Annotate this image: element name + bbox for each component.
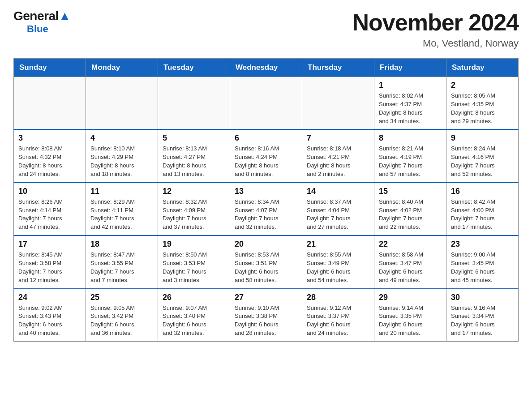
day-info: Sunrise: 9:00 AM Sunset: 3:45 PM Dayligh…	[451, 251, 514, 284]
day-number: 12	[163, 187, 225, 196]
day-info: Sunrise: 8:32 AM Sunset: 4:09 PM Dayligh…	[163, 198, 225, 231]
logo-general-text: General▲	[13, 9, 71, 23]
location: Mo, Vestland, Norway	[352, 38, 519, 49]
day-info: Sunrise: 8:16 AM Sunset: 4:24 PM Dayligh…	[235, 145, 297, 178]
calendar-cell: 26Sunrise: 9:07 AM Sunset: 3:40 PM Dayli…	[158, 289, 230, 342]
month-title: November 2024	[352, 9, 519, 36]
day-number: 11	[90, 187, 153, 196]
calendar-cell: 7Sunrise: 8:18 AM Sunset: 4:21 PM Daylig…	[302, 129, 374, 182]
calendar-cell	[230, 77, 302, 130]
calendar-cell: 19Sunrise: 8:50 AM Sunset: 3:53 PM Dayli…	[158, 235, 230, 288]
day-of-week-header: Wednesday	[230, 59, 302, 77]
day-info: Sunrise: 8:47 AM Sunset: 3:55 PM Dayligh…	[90, 251, 153, 284]
day-info: Sunrise: 8:58 AM Sunset: 3:47 PM Dayligh…	[379, 251, 442, 284]
day-number: 7	[307, 133, 369, 143]
page-header: General▲ Blue November 2024 Mo, Vestland…	[13, 9, 519, 49]
day-number: 9	[451, 133, 514, 143]
day-number: 2	[451, 81, 514, 90]
day-info: Sunrise: 8:08 AM Sunset: 4:32 PM Dayligh…	[18, 145, 81, 178]
calendar-cell: 8Sunrise: 8:21 AM Sunset: 4:19 PM Daylig…	[374, 129, 446, 182]
calendar-cell: 12Sunrise: 8:32 AM Sunset: 4:09 PM Dayli…	[158, 183, 230, 235]
day-number: 14	[307, 187, 369, 196]
day-info: Sunrise: 8:05 AM Sunset: 4:35 PM Dayligh…	[451, 92, 514, 125]
calendar-week-row: 1Sunrise: 8:02 AM Sunset: 4:37 PM Daylig…	[14, 77, 519, 130]
calendar-cell: 22Sunrise: 8:58 AM Sunset: 3:47 PM Dayli…	[374, 235, 446, 288]
day-number: 1	[379, 81, 442, 90]
calendar-cell: 15Sunrise: 8:40 AM Sunset: 4:02 PM Dayli…	[374, 183, 446, 235]
calendar-week-row: 17Sunrise: 8:45 AM Sunset: 3:58 PM Dayli…	[14, 235, 519, 288]
calendar-cell: 10Sunrise: 8:26 AM Sunset: 4:14 PM Dayli…	[14, 183, 86, 235]
day-number: 3	[18, 133, 81, 143]
day-number: 29	[379, 293, 442, 302]
calendar-week-row: 10Sunrise: 8:26 AM Sunset: 4:14 PM Dayli…	[14, 183, 519, 235]
calendar-cell: 30Sunrise: 9:16 AM Sunset: 3:34 PM Dayli…	[446, 289, 519, 342]
day-of-week-header: Sunday	[14, 59, 86, 77]
day-number: 30	[451, 293, 514, 302]
calendar-week-row: 24Sunrise: 9:02 AM Sunset: 3:43 PM Dayli…	[14, 289, 519, 342]
day-info: Sunrise: 8:13 AM Sunset: 4:27 PM Dayligh…	[163, 145, 225, 178]
day-info: Sunrise: 8:02 AM Sunset: 4:37 PM Dayligh…	[379, 92, 442, 125]
day-number: 10	[18, 187, 81, 196]
day-number: 17	[18, 240, 81, 249]
day-info: Sunrise: 8:50 AM Sunset: 3:53 PM Dayligh…	[163, 251, 225, 284]
day-of-week-header: Friday	[374, 59, 446, 77]
day-number: 15	[379, 187, 442, 196]
day-info: Sunrise: 8:18 AM Sunset: 4:21 PM Dayligh…	[307, 145, 369, 178]
day-info: Sunrise: 9:12 AM Sunset: 3:37 PM Dayligh…	[307, 304, 369, 338]
calendar-cell: 29Sunrise: 9:14 AM Sunset: 3:35 PM Dayli…	[374, 289, 446, 342]
calendar-table: SundayMondayTuesdayWednesdayThursdayFrid…	[13, 58, 519, 342]
day-info: Sunrise: 8:55 AM Sunset: 3:49 PM Dayligh…	[307, 251, 369, 284]
day-of-week-header: Monday	[86, 59, 158, 77]
calendar-cell: 2Sunrise: 8:05 AM Sunset: 4:35 PM Daylig…	[446, 77, 519, 130]
calendar-week-row: 3Sunrise: 8:08 AM Sunset: 4:32 PM Daylig…	[14, 129, 519, 182]
calendar-cell: 9Sunrise: 8:24 AM Sunset: 4:16 PM Daylig…	[446, 129, 519, 182]
calendar-cell	[302, 77, 374, 130]
day-info: Sunrise: 8:45 AM Sunset: 3:58 PM Dayligh…	[18, 251, 81, 284]
day-number: 27	[235, 293, 297, 302]
day-info: Sunrise: 9:07 AM Sunset: 3:40 PM Dayligh…	[163, 304, 225, 338]
calendar-cell: 23Sunrise: 9:00 AM Sunset: 3:45 PM Dayli…	[446, 235, 519, 288]
day-number: 4	[90, 133, 153, 143]
calendar-cell: 20Sunrise: 8:53 AM Sunset: 3:51 PM Dayli…	[230, 235, 302, 288]
calendar-cell: 13Sunrise: 8:34 AM Sunset: 4:07 PM Dayli…	[230, 183, 302, 235]
day-number: 26	[163, 293, 225, 302]
day-info: Sunrise: 8:42 AM Sunset: 4:00 PM Dayligh…	[451, 198, 514, 231]
day-info: Sunrise: 9:16 AM Sunset: 3:34 PM Dayligh…	[451, 304, 514, 338]
day-number: 23	[451, 240, 514, 249]
calendar-cell: 14Sunrise: 8:37 AM Sunset: 4:04 PM Dayli…	[302, 183, 374, 235]
day-number: 13	[235, 187, 297, 196]
day-info: Sunrise: 8:10 AM Sunset: 4:29 PM Dayligh…	[90, 145, 153, 178]
day-number: 16	[451, 187, 514, 196]
logo-blue-text: Blue	[27, 23, 48, 35]
calendar-header-row: SundayMondayTuesdayWednesdayThursdayFrid…	[14, 59, 519, 77]
calendar-cell	[14, 77, 86, 130]
day-info: Sunrise: 8:24 AM Sunset: 4:16 PM Dayligh…	[451, 145, 514, 178]
day-number: 22	[379, 240, 442, 249]
day-number: 18	[90, 240, 153, 249]
calendar-cell	[86, 77, 158, 130]
day-number: 8	[379, 133, 442, 143]
calendar-cell	[158, 77, 230, 130]
day-info: Sunrise: 8:21 AM Sunset: 4:19 PM Dayligh…	[379, 145, 442, 178]
day-info: Sunrise: 8:26 AM Sunset: 4:14 PM Dayligh…	[18, 198, 81, 231]
day-number: 5	[163, 133, 225, 143]
day-info: Sunrise: 9:05 AM Sunset: 3:42 PM Dayligh…	[90, 304, 153, 338]
day-number: 28	[307, 293, 369, 302]
day-info: Sunrise: 9:14 AM Sunset: 3:35 PM Dayligh…	[379, 304, 442, 338]
day-info: Sunrise: 8:37 AM Sunset: 4:04 PM Dayligh…	[307, 198, 369, 231]
day-info: Sunrise: 9:02 AM Sunset: 3:43 PM Dayligh…	[18, 304, 81, 338]
calendar-cell: 1Sunrise: 8:02 AM Sunset: 4:37 PM Daylig…	[374, 77, 446, 130]
day-info: Sunrise: 8:34 AM Sunset: 4:07 PM Dayligh…	[235, 198, 297, 231]
calendar-cell: 16Sunrise: 8:42 AM Sunset: 4:00 PM Dayli…	[446, 183, 519, 235]
day-number: 25	[90, 293, 153, 302]
calendar-cell: 5Sunrise: 8:13 AM Sunset: 4:27 PM Daylig…	[158, 129, 230, 182]
title-section: November 2024 Mo, Vestland, Norway	[352, 9, 519, 49]
day-info: Sunrise: 8:40 AM Sunset: 4:02 PM Dayligh…	[379, 198, 442, 231]
day-info: Sunrise: 9:10 AM Sunset: 3:38 PM Dayligh…	[235, 304, 297, 338]
calendar-cell: 18Sunrise: 8:47 AM Sunset: 3:55 PM Dayli…	[86, 235, 158, 288]
calendar-cell: 21Sunrise: 8:55 AM Sunset: 3:49 PM Dayli…	[302, 235, 374, 288]
day-of-week-header: Tuesday	[158, 59, 230, 77]
day-number: 6	[235, 133, 297, 143]
calendar-cell: 6Sunrise: 8:16 AM Sunset: 4:24 PM Daylig…	[230, 129, 302, 182]
day-info: Sunrise: 8:29 AM Sunset: 4:11 PM Dayligh…	[90, 198, 153, 231]
